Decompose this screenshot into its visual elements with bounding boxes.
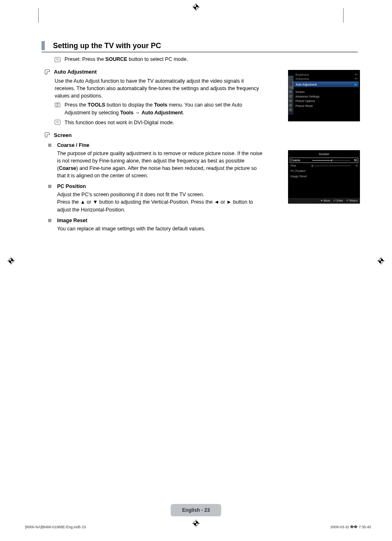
pc-position-line2: Press the ▲ or ▼ button to adjusting the… xyxy=(57,198,267,213)
preset-note: N Preset: Press the SOURCE button to sel… xyxy=(55,56,358,62)
dvi-note-text: This function does not work in DVI-Digit… xyxy=(65,119,174,126)
text-bold: Auto Adjustment xyxy=(141,110,182,116)
osd-footer-enter: ⏎ Enter xyxy=(333,199,343,202)
text: Return xyxy=(349,199,357,202)
osd-menu-item: Advanced Settings xyxy=(295,94,319,99)
enter-icon: ⏎ xyxy=(333,199,336,202)
osd-footer-move: ✦ Move xyxy=(321,199,330,202)
osd-screen-menu: Screen Coarse 50 Fine 0 PC Position Imag… xyxy=(288,150,360,204)
crop-mark xyxy=(38,8,39,23)
osd-label: PC Position xyxy=(291,169,306,172)
text-bold: Coarse xyxy=(59,165,76,171)
section-heading: Setting up the TV with your PC xyxy=(42,41,358,52)
text: ) and Fine-tune again. After the noise h… xyxy=(57,165,257,179)
osd-value: 50 xyxy=(352,159,357,162)
crop-mark xyxy=(343,8,344,23)
text: . xyxy=(183,110,184,116)
osd-key: Sharpness xyxy=(295,77,353,80)
text: Press the xyxy=(65,102,88,108)
small-square-icon xyxy=(48,144,51,147)
registration-mark-icon xyxy=(192,3,200,11)
return-icon: ↶ xyxy=(346,199,349,202)
subsection-screen: Screen xyxy=(45,132,358,138)
auto-adjustment-body: Use the Auto Adjust function to have the… xyxy=(55,77,264,100)
osd-slider-thumb xyxy=(312,165,312,167)
dvi-note: N This function does not work in DVI-Dig… xyxy=(55,119,264,126)
osd-row-pc-position: PC Position xyxy=(288,168,360,174)
footer-left: [8000-NA]BN68-01988E-Eng.indb 23 xyxy=(25,525,86,529)
footer-right: 2009-03-31 �� 7:35:45 xyxy=(330,525,371,529)
item-coarse-fine: Coarse / Fine xyxy=(48,142,358,148)
osd-menu-item: Picture Options xyxy=(295,99,319,103)
chevron-right-icon: ▶ xyxy=(355,83,357,86)
item-title: PC Position xyxy=(57,183,86,189)
osd-menu-item: Picture Reset xyxy=(295,104,319,108)
image-reset-body: You can replace all image settings with … xyxy=(57,225,267,232)
osd-side-icon xyxy=(289,104,292,107)
heading-text: Setting up the TV with your PC xyxy=(53,42,161,50)
osd-label: Fine xyxy=(291,164,310,167)
osd-highlight-row: Auto Adjustment ▶ xyxy=(294,81,359,87)
osd-slider-fill xyxy=(312,160,332,161)
page-badge: English - 23 xyxy=(171,504,221,516)
osd-side-icon xyxy=(289,86,292,89)
osd-menu-list: Screen Advanced Settings Picture Options… xyxy=(295,90,319,108)
osd-value: : 45 xyxy=(353,73,357,76)
text-bold: Tools xyxy=(154,102,167,108)
small-square-icon xyxy=(48,219,51,222)
osd-slider-thumb xyxy=(332,159,332,162)
osd-value: 0 xyxy=(353,164,357,167)
osd-value: : 50 xyxy=(353,77,357,80)
osd-footer-return: ↶ Return xyxy=(346,199,357,202)
osd-label: Image Reset xyxy=(291,175,307,178)
osd-side-icon xyxy=(289,108,292,111)
arrow-text: → xyxy=(134,110,141,116)
page-badge-text: English - 23 xyxy=(182,507,210,513)
osd-row-sharpness: Sharpness : 50 xyxy=(295,77,357,81)
pc-position-line1: Adjust the PC's screen positioning if it… xyxy=(57,191,267,198)
small-square-icon xyxy=(48,185,51,188)
osd-label: Coarse xyxy=(291,159,311,162)
heading-accent-bar xyxy=(42,41,45,50)
registration-mark-icon xyxy=(377,257,385,265)
coarse-fine-body: The purpose of picture quality adjustmen… xyxy=(57,150,267,180)
text-bold: SOURCE xyxy=(105,56,127,62)
tools-tip-text: Press the TOOLS button to display the To… xyxy=(65,101,264,116)
text: Preset: Press the xyxy=(65,56,105,62)
osd-side-icon xyxy=(289,95,292,98)
move-icon: ✦ xyxy=(321,199,323,202)
text: Move xyxy=(323,199,330,202)
text: button to display the xyxy=(105,102,154,108)
osd-highlight-label: Auto Adjustment xyxy=(296,83,317,86)
print-footer: [8000-NA]BN68-01988E-Eng.indb 23 2009-03… xyxy=(22,525,374,529)
osd-row-fine: Fine 0 xyxy=(288,163,360,168)
osd-slider-track xyxy=(312,160,350,161)
note-icon: N xyxy=(55,57,60,62)
osd-row-brightness: Brightness : 45 xyxy=(295,72,357,77)
osd-menu-item: Screen xyxy=(295,90,319,94)
text-bold: Tools xyxy=(120,110,134,116)
tools-icon xyxy=(55,102,60,116)
osd-key: Brightness xyxy=(295,73,353,76)
square-bullet-icon xyxy=(45,70,50,74)
osd-slider-track xyxy=(312,165,351,166)
square-bullet-icon xyxy=(45,132,50,137)
osd-side-icon xyxy=(289,90,292,93)
text: button to select PC mode. xyxy=(127,56,188,62)
text-bold: TOOLS xyxy=(88,102,105,108)
item-title: Image Reset xyxy=(57,218,88,223)
tools-tip: Press the TOOLS button to display the To… xyxy=(55,101,264,116)
subsection-title: Screen xyxy=(54,132,71,138)
item-image-reset: Image Reset xyxy=(48,218,358,223)
preset-note-text: Preset: Press the SOURCE button to selec… xyxy=(65,56,188,62)
osd-side-icon xyxy=(289,99,292,102)
text: Enter xyxy=(337,199,343,202)
osd-sidebar-icons xyxy=(289,86,293,113)
registration-mark-icon xyxy=(7,257,15,265)
osd-row-coarse: Coarse 50 xyxy=(290,158,358,163)
osd-screen-title: Screen xyxy=(288,150,360,158)
osd-picture-menu: Picture Brightness : 45 Sharpness : 50 A… xyxy=(288,70,360,121)
osd-footer: ✦ Move ⏎ Enter ↶ Return xyxy=(288,198,360,204)
subsection-title: Auto Adjustment xyxy=(54,69,97,75)
item-title: Coarse / Fine xyxy=(57,142,90,148)
